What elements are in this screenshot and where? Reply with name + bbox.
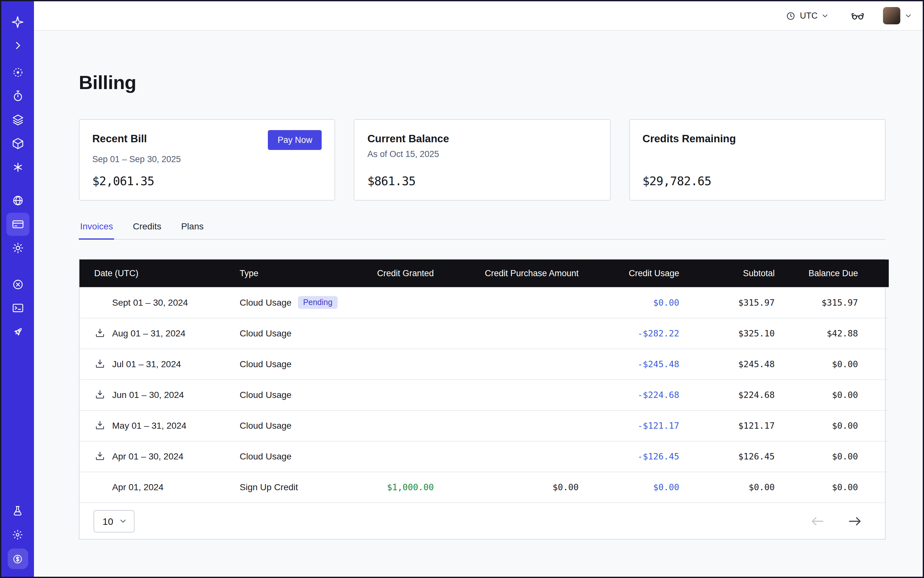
download-invoice-button[interactable] xyxy=(94,357,106,370)
console-icon[interactable] xyxy=(6,297,29,320)
invoice-date: Jun 01 – 30, 2024 xyxy=(112,390,184,400)
tab-plans[interactable]: Plans xyxy=(180,221,205,239)
circle-x-icon[interactable] xyxy=(6,273,29,296)
credit-granted-value xyxy=(349,287,434,318)
credit-purchase-value: $0.00 xyxy=(434,472,579,502)
next-page-button[interactable] xyxy=(846,515,863,527)
invoice-row: Jun 01 – 30, 2024 Cloud Usage -$224.68 $… xyxy=(80,379,889,410)
page-size-select[interactable]: 10 xyxy=(94,510,134,532)
invoice-row: Apr 01, 2024 Sign Up Credit $1,000.00 $0… xyxy=(80,472,889,502)
invoice-row: Sept 01 – 30, 2024 Cloud Usage Pending $… xyxy=(80,287,889,318)
download-invoice-button[interactable] xyxy=(94,388,106,401)
credit-purchase-value xyxy=(434,287,579,318)
main-content: Billing Recent Bill Pay Now Sep 01 – Sep… xyxy=(34,31,923,577)
avatar xyxy=(883,7,900,24)
download-placeholder xyxy=(94,481,106,494)
sidebar xyxy=(1,1,34,577)
invoice-date: Apr 01, 2024 xyxy=(112,482,163,492)
sidebar-item-billing[interactable] xyxy=(6,213,29,236)
invoice-date: Apr 01 – 30, 2024 xyxy=(112,451,184,461)
current-balance-as-of: As of Oct 15, 2025 xyxy=(367,149,597,159)
invoice-date: May 01 – 31, 2024 xyxy=(112,421,187,430)
credit-purchase-value xyxy=(434,441,579,472)
credit-granted-value: $1,000.00 xyxy=(349,472,434,502)
credits-remaining-card: Credits Remaining $29,782.65 xyxy=(629,119,885,201)
topbar: UTC xyxy=(34,1,923,31)
credit-granted-value xyxy=(349,379,434,410)
recent-bill-period: Sep 01 – Sep 30, 2025 xyxy=(92,154,322,164)
currency-dollar-icon[interactable] xyxy=(7,549,28,569)
credit-usage-value: -$121.17 xyxy=(579,410,679,441)
credit-purchase-value xyxy=(434,349,579,379)
table-header-row: Date (UTC) Type Credit Granted Credit Pu… xyxy=(80,260,889,287)
download-placeholder xyxy=(94,296,106,309)
credit-granted-value xyxy=(349,318,434,349)
col-subtotal: Subtotal xyxy=(679,260,775,287)
settings-gear-icon[interactable] xyxy=(6,237,29,260)
invoice-date: Aug 01 – 31, 2024 xyxy=(112,328,185,338)
download-invoice-button[interactable] xyxy=(94,327,106,339)
subtotal-value: $126.45 xyxy=(679,441,775,472)
pagination-controls xyxy=(809,515,863,527)
glasses-icon[interactable] xyxy=(850,8,865,23)
chevron-down-icon xyxy=(905,12,912,19)
sun-theme-icon[interactable] xyxy=(6,523,29,546)
credit-usage-value: -$224.68 xyxy=(579,379,679,410)
download-invoice-button[interactable] xyxy=(94,450,106,463)
balance-due-value: $0.00 xyxy=(775,410,889,441)
sidebar-expand-icon[interactable] xyxy=(6,34,29,57)
previous-page-button[interactable] xyxy=(809,515,826,527)
invoice-type: Cloud Usage xyxy=(240,390,292,400)
pay-now-button[interactable]: Pay Now xyxy=(268,130,322,150)
user-menu[interactable] xyxy=(883,7,912,24)
col-balance-due: Balance Due xyxy=(775,260,889,287)
box-icon[interactable] xyxy=(6,132,29,155)
credit-purchase-value xyxy=(434,379,579,410)
timezone-selector[interactable]: UTC xyxy=(786,11,829,21)
credit-usage-value: -$126.45 xyxy=(579,441,679,472)
balance-due-value: $0.00 xyxy=(775,472,889,502)
invoice-row: Aug 01 – 31, 2024 Cloud Usage -$282.22 $… xyxy=(80,318,889,349)
balance-due-value: $0.00 xyxy=(775,441,889,472)
rocket-icon[interactable] xyxy=(6,320,29,343)
col-credit-granted: Credit Granted xyxy=(349,260,434,287)
lab-flask-icon[interactable] xyxy=(6,499,29,522)
invoice-row: Jul 01 – 31, 2024 Cloud Usage -$245.48 $… xyxy=(80,349,889,379)
invoice-type: Cloud Usage xyxy=(240,328,292,338)
invoice-type: Cloud Usage xyxy=(240,359,292,369)
app-window: UTC Billing Recent Bill xyxy=(0,0,924,578)
app-logo-icon[interactable] xyxy=(6,10,29,33)
layers-icon[interactable] xyxy=(6,108,29,132)
credit-granted-value xyxy=(349,410,434,441)
subtotal-value: $325.10 xyxy=(679,318,775,349)
asterisk-icon[interactable] xyxy=(6,156,29,179)
globe-icon[interactable] xyxy=(6,189,29,212)
current-balance-amount: $861.35 xyxy=(367,174,597,188)
col-credit-purchase-amount: Credit Purchase Amount xyxy=(434,260,579,287)
credit-granted-value xyxy=(349,349,434,379)
target-icon[interactable] xyxy=(6,61,29,84)
invoices-table: Date (UTC) Type Credit Granted Credit Pu… xyxy=(79,259,885,539)
subtotal-value: $121.17 xyxy=(679,410,775,441)
tab-invoices[interactable]: Invoices xyxy=(79,221,114,239)
credit-purchase-value xyxy=(434,410,579,441)
balance-due-value: $0.00 xyxy=(775,349,889,379)
current-balance-card: Current Balance As of Oct 15, 2025 $861.… xyxy=(354,119,611,201)
invoice-date: Sept 01 – 30, 2024 xyxy=(112,297,188,308)
subtotal-value: $245.48 xyxy=(679,349,775,379)
invoice-type: Sign Up Credit xyxy=(240,482,298,492)
current-balance-title: Current Balance xyxy=(367,133,449,145)
subtotal-value: $0.00 xyxy=(679,472,775,502)
subtotal-value: $224.68 xyxy=(679,379,775,410)
timer-icon[interactable] xyxy=(6,84,29,108)
chevron-down-icon xyxy=(119,517,127,525)
invoice-type: Cloud Usage xyxy=(240,451,292,461)
recent-bill-amount: $2,061.35 xyxy=(92,174,322,188)
credit-usage-value: $0.00 xyxy=(579,472,679,502)
download-invoice-button[interactable] xyxy=(94,419,106,432)
credit-usage-value: $0.00 xyxy=(579,287,679,318)
balance-due-value: $0.00 xyxy=(775,379,889,410)
tab-credits[interactable]: Credits xyxy=(132,221,163,239)
credit-usage-value: -$282.22 xyxy=(579,318,679,349)
timezone-label: UTC xyxy=(800,11,818,21)
